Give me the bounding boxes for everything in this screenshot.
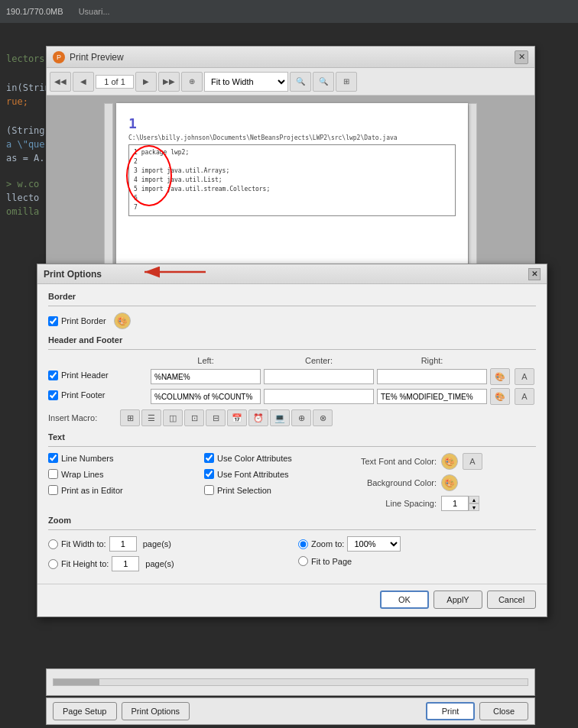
- col-right-label: Right:: [377, 356, 487, 365]
- line-spacing-label: Line Spacing:: [360, 499, 437, 508]
- header-center-input[interactable]: [264, 369, 374, 384]
- wrap-lines-checkbox[interactable]: [48, 469, 58, 479]
- zoom-to-radio[interactable]: [298, 539, 308, 549]
- cancel-button[interactable]: Cancel: [487, 590, 536, 609]
- header-color-btn[interactable]: 🎨: [490, 368, 510, 385]
- fit-height-row: Fit Height to: page(s): [48, 556, 286, 571]
- wrap-lines-label[interactable]: Wrap Lines: [61, 470, 103, 479]
- text-col-2: Use Color Attributes Use Font Attributes…: [204, 453, 357, 498]
- fit-height-input[interactable]: [112, 556, 139, 571]
- footer-right-input[interactable]: [377, 389, 487, 404]
- print-footer-label[interactable]: Print Footer: [61, 390, 105, 400]
- spin-down-btn[interactable]: ▼: [469, 503, 479, 511]
- preview-icon: P: [53, 51, 65, 63]
- hf-header-row: Left: Center: Right:: [48, 356, 536, 365]
- close-button[interactable]: Close: [479, 702, 528, 720]
- print-button[interactable]: Print: [426, 702, 475, 720]
- print-preview-window: P Print Preview ✕ ◀◀ ◀ 1 of 1 ▶ ▶▶ ⊕ Fit…: [46, 46, 535, 283]
- fit-height-radio[interactable]: [48, 559, 58, 569]
- fit-width-radio[interactable]: [48, 539, 58, 549]
- fit-width-input[interactable]: [109, 536, 137, 552]
- print-as-editor-checkbox[interactable]: [48, 485, 58, 495]
- code-line-7: 7: [134, 203, 450, 212]
- footer-center-input[interactable]: [264, 389, 374, 404]
- zoom-to-select[interactable]: 100% 75% 50% 150%: [347, 536, 401, 552]
- bg-color-btn[interactable]: 🎨: [441, 474, 458, 491]
- footer-color-btn[interactable]: 🎨: [490, 388, 510, 405]
- arrow-annotation: [137, 264, 213, 280]
- grid-btn[interactable]: ⊞: [336, 72, 357, 92]
- code-line-3: 3 import java.util.Arrays;: [134, 167, 450, 176]
- use-font-checkbox[interactable]: [204, 469, 214, 479]
- text-font-btn[interactable]: A: [463, 453, 482, 470]
- zoom-in-btn[interactable]: 🔍: [290, 72, 311, 92]
- scrollbar-horizontal[interactable]: [53, 678, 528, 686]
- zoom-grid: Fit Width to: page(s) Fit Height to: pag…: [48, 536, 536, 571]
- line-numbers-row: Line Numbers: [48, 453, 201, 463]
- line-spacing-input[interactable]: [441, 496, 469, 511]
- macro-btn-9[interactable]: ⊕: [291, 409, 311, 426]
- zoom-left: Fit Width to: page(s) Fit Height to: pag…: [48, 536, 286, 571]
- page-setup-button[interactable]: Page Setup: [53, 702, 117, 720]
- prev-btn[interactable]: ◀: [73, 72, 94, 92]
- macro-btn-3[interactable]: ◫: [163, 409, 183, 426]
- text-section-label: Text: [48, 432, 536, 442]
- macro-btn-6[interactable]: 📅: [227, 409, 247, 426]
- macro-btn-5[interactable]: ⊟: [206, 409, 226, 426]
- macro-btn-2[interactable]: ☰: [141, 409, 161, 426]
- footer-left-input[interactable]: [151, 389, 261, 404]
- header-font-btn[interactable]: A: [515, 368, 534, 385]
- print-footer-checkbox[interactable]: [48, 390, 58, 400]
- apply-button[interactable]: ApplY: [434, 590, 482, 609]
- print-header-checkbox[interactable]: [48, 370, 58, 380]
- footer-font-btn[interactable]: A: [515, 388, 534, 405]
- macro-btn-4[interactable]: ⊡: [184, 409, 204, 426]
- print-options-bottom-button[interactable]: Print Options: [122, 702, 190, 720]
- code-line-1: 1 package lwp2;: [134, 148, 450, 157]
- use-color-label[interactable]: Use Color Attributes: [217, 454, 292, 463]
- preview-content: 1 C:\Users\billy.johnson\Documents\NetBe…: [47, 95, 534, 282]
- text-font-color-btn[interactable]: 🎨: [441, 453, 458, 470]
- zoom-out-btn[interactable]: ⊕: [181, 72, 203, 92]
- zoom-out2-btn[interactable]: 🔍: [313, 72, 334, 92]
- macro-btn-10[interactable]: ⊗: [313, 409, 333, 426]
- print-as-editor-row: Print as in Editor: [48, 485, 201, 495]
- use-color-checkbox[interactable]: [204, 453, 214, 463]
- fit-to-page-radio[interactable]: [298, 556, 308, 566]
- macro-btn-1[interactable]: ⊞: [120, 409, 140, 426]
- zoom-to-label[interactable]: Zoom to:: [311, 539, 344, 548]
- zoom-select[interactable]: Fit to Width: [204, 72, 288, 92]
- preview-bottom-bar: [46, 668, 535, 696]
- print-selection-label[interactable]: Print Selection: [217, 486, 271, 495]
- fit-width-label[interactable]: Fit Width to:: [61, 539, 106, 548]
- dialog-close-btn[interactable]: ✕: [528, 268, 541, 280]
- print-preview-close[interactable]: ✕: [515, 50, 528, 64]
- fit-to-page-label[interactable]: Fit to Page: [311, 557, 352, 566]
- print-footer-row: Print Footer 🎨 A: [48, 388, 536, 405]
- border-color-btn[interactable]: 🎨: [114, 312, 131, 329]
- print-selection-checkbox[interactable]: [204, 485, 214, 495]
- fit-width-pages: page(s): [143, 539, 171, 548]
- print-border-label[interactable]: Print Border: [61, 316, 106, 325]
- taskbar: 190.1/770.0MB Usuari...: [0, 0, 578, 23]
- print-header-label[interactable]: Print Header: [61, 370, 109, 380]
- next-btn[interactable]: ▶: [135, 72, 157, 92]
- print-close-bar: Page Setup Print Options Print Close: [46, 697, 535, 725]
- macro-btn-8[interactable]: 💻: [270, 409, 290, 426]
- zoom-right: Zoom to: 100% 75% 50% 150% Fit to Page: [298, 536, 536, 571]
- header-right-input[interactable]: [377, 369, 487, 384]
- line-numbers-label[interactable]: Line Numbers: [61, 454, 113, 463]
- ok-button[interactable]: OK: [380, 590, 429, 609]
- use-font-label[interactable]: Use Font Attributes: [217, 470, 289, 479]
- print-border-checkbox[interactable]: [48, 316, 58, 326]
- header-left-input[interactable]: [151, 369, 261, 384]
- fit-height-label[interactable]: Fit Height to:: [61, 559, 109, 568]
- line-numbers-checkbox[interactable]: [48, 453, 58, 463]
- print-as-editor-label[interactable]: Print as in Editor: [61, 486, 123, 495]
- macro-btn-7[interactable]: ⏰: [248, 409, 268, 426]
- prev-page-btn[interactable]: ◀◀: [50, 72, 71, 92]
- text-font-color-row: Text Font and Color: 🎨 A: [360, 453, 536, 470]
- next-page-btn[interactable]: ▶▶: [158, 72, 180, 92]
- code-block: 1 package lwp2; 2 3 import java.util.Arr…: [128, 144, 456, 216]
- spin-up-btn[interactable]: ▲: [469, 496, 479, 503]
